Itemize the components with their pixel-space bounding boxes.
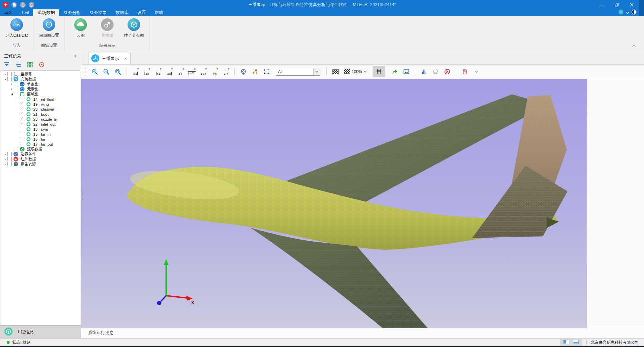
- tree-item[interactable]: 21 - body: [1, 112, 80, 117]
- menu-item[interactable]: 流场数据: [33, 9, 59, 16]
- expand-arrow-icon[interactable]: [3, 163, 7, 166]
- close-icon[interactable]: ×: [124, 56, 127, 61]
- panel-footer[interactable]: 工程信息: [0, 325, 81, 338]
- view-iso2-icon[interactable]: Yyx: [210, 67, 219, 76]
- menu-item[interactable]: 红外分析: [59, 9, 85, 16]
- mirror-icon[interactable]: [419, 67, 429, 77]
- collapse-arrow-icon[interactable]: [3, 78, 7, 80]
- layout-left-icon[interactable]: [563, 340, 569, 345]
- tree-checkbox[interactable]: [20, 137, 24, 141]
- new-document-icon[interactable]: [11, 2, 17, 8]
- restore-icon[interactable]: [609, 0, 624, 9]
- zoom-in-icon[interactable]: [90, 67, 99, 77]
- menu-item[interactable]: 红外结果: [85, 9, 111, 16]
- tree-checkbox[interactable]: [7, 77, 12, 81]
- tree-item[interactable]: Yzx坐标系: [1, 72, 80, 77]
- display-filter-select[interactable]: All: [276, 68, 320, 76]
- export-arrow-icon[interactable]: [390, 67, 399, 77]
- tree-item[interactable]: 16 - far: [1, 137, 80, 142]
- tree-checkbox[interactable]: [20, 112, 24, 116]
- expand-arrow-icon[interactable]: [9, 83, 14, 86]
- periodic-face-button[interactable]: 周期面设置: [36, 18, 62, 38]
- expand-arrow-icon[interactable]: [3, 158, 7, 161]
- outline-icon[interactable]: [15, 61, 22, 68]
- view-right-icon[interactable]: Yzx: [142, 67, 151, 76]
- expand-arrow-icon[interactable]: [3, 153, 7, 156]
- tab-3d-view[interactable]: 三维显示 ×: [89, 53, 131, 64]
- target-icon[interactable]: [38, 61, 45, 68]
- contour-button[interactable]: 云图: [68, 18, 94, 38]
- tree-item[interactable]: 红外数据: [1, 157, 80, 162]
- menu-item[interactable]: 数据库: [111, 9, 133, 16]
- chevron-left-icon[interactable]: [74, 54, 77, 59]
- tree-checkbox[interactable]: [7, 72, 12, 76]
- tree-item[interactable]: 面域集: [1, 92, 80, 97]
- tree-item[interactable]: 23 - nozzle_in: [1, 117, 80, 122]
- view-top-icon[interactable]: xzY: [176, 67, 185, 76]
- tree-checkbox[interactable]: [20, 97, 24, 101]
- tree-item[interactable]: 流场数据: [1, 147, 80, 152]
- sphere-icon[interactable]: [431, 67, 440, 77]
- panel-splitter[interactable]: [82, 191, 83, 200]
- tree-checkbox[interactable]: [20, 122, 24, 126]
- snapshot-icon[interactable]: [402, 67, 411, 77]
- tree-item[interactable]: 边界条件: [1, 152, 80, 157]
- tree-checkbox[interactable]: [7, 152, 12, 156]
- menu-item[interactable]: 帮助: [150, 9, 167, 16]
- viewport-3d[interactable]: X: [81, 79, 587, 327]
- tree-item[interactable]: 元素集: [1, 87, 80, 92]
- tree-item[interactable]: 节点集: [1, 82, 80, 87]
- tree-item[interactable]: 18 - sym: [1, 127, 80, 132]
- tree-checkbox[interactable]: [14, 147, 18, 151]
- tree-checkbox[interactable]: [7, 157, 12, 161]
- tree-checkbox[interactable]: [20, 102, 24, 106]
- grid-view-icon[interactable]: [27, 61, 33, 68]
- tree-item[interactable]: 20 - chuiwei: [1, 107, 80, 112]
- select-box-icon[interactable]: [262, 67, 271, 77]
- view-bottom-icon[interactable]: xzY: [187, 67, 196, 76]
- particle-distribution-button[interactable]: 粒子分布图: [121, 18, 147, 38]
- view-front-icon[interactable]: Yxz: [154, 67, 162, 76]
- layout-bottom-icon[interactable]: [573, 340, 579, 345]
- tree-item[interactable]: 几何数据: [1, 77, 80, 82]
- view-back-icon[interactable]: Yzx: [165, 67, 174, 76]
- tree-item[interactable]: 14 - int_fluid: [1, 97, 80, 102]
- tree-item[interactable]: 19 - wing: [1, 102, 80, 107]
- tree-checkbox[interactable]: [20, 132, 24, 136]
- viewport-canvas[interactable]: X: [81, 79, 587, 328]
- tree-item[interactable]: 22 - inlet_out: [1, 122, 80, 127]
- zoom-level-dropdown[interactable]: 100%: [344, 69, 367, 75]
- mouse-icon[interactable]: [460, 67, 470, 77]
- zoom-out-icon[interactable]: [102, 67, 111, 77]
- tree-checkbox[interactable]: [14, 87, 18, 91]
- import-cas-button[interactable]: cas导入Cas/Dat: [3, 18, 30, 38]
- tree-item[interactable]: 15 - far_in: [1, 132, 80, 137]
- tree-checkbox[interactable]: [20, 117, 24, 121]
- tree-item[interactable]: 报告资源: [1, 162, 80, 167]
- chevron-down-icon[interactable]: [626, 10, 629, 16]
- menu-item[interactable]: 工程: [16, 9, 33, 16]
- chevron-down-icon[interactable]: [472, 67, 481, 77]
- theme-icon[interactable]: [618, 9, 624, 16]
- expand-arrow-icon[interactable]: [9, 88, 14, 91]
- redo-icon[interactable]: [29, 2, 34, 8]
- tree-checkbox[interactable]: [7, 162, 12, 166]
- toolbar-grip[interactable]: [85, 68, 86, 75]
- view-left-icon[interactable]: Yxz: [131, 67, 140, 76]
- nodes-icon[interactable]: [250, 67, 260, 77]
- tree-checkbox[interactable]: [20, 107, 24, 111]
- filter-icon[interactable]: [3, 61, 10, 68]
- chevron-down-icon[interactable]: [313, 68, 320, 75]
- view-iso3-icon[interactable]: Yzx: [221, 67, 230, 76]
- tree-checkbox[interactable]: [14, 92, 18, 96]
- expand-arrow-icon[interactable]: [3, 73, 7, 76]
- display-mode-icon[interactable]: [631, 9, 637, 16]
- close-icon[interactable]: [624, 0, 639, 9]
- tree-checkbox[interactable]: [14, 82, 18, 86]
- undo-icon[interactable]: [20, 2, 26, 8]
- zoom-fit-icon[interactable]: [113, 67, 123, 77]
- view-iso-icon[interactable]: Yzyx: [199, 67, 208, 76]
- opacity-icon[interactable]: [331, 67, 340, 77]
- collapse-arrow-icon[interactable]: [9, 93, 14, 95]
- tree-checkbox[interactable]: [20, 127, 24, 131]
